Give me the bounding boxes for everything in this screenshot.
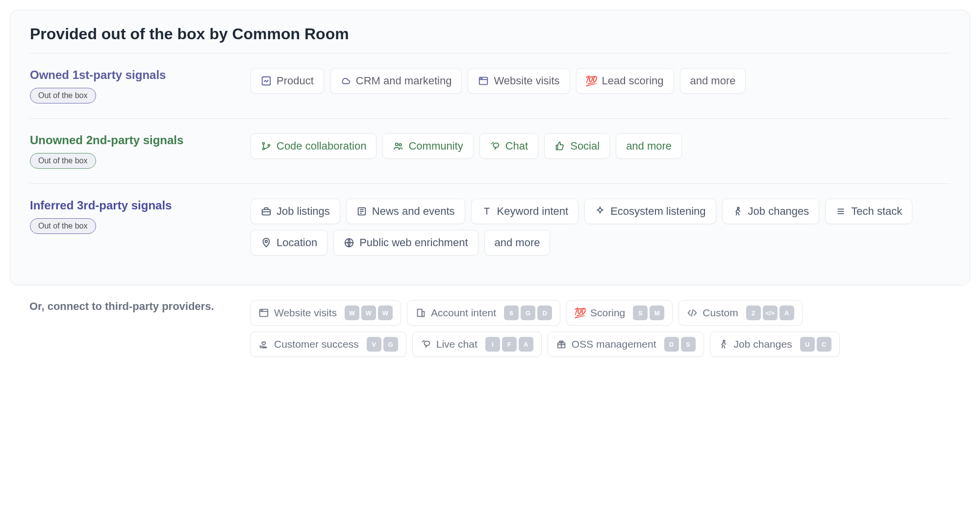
signal-row: Unowned 2nd-party signalsOut of the boxC… (30, 119, 950, 183)
chip-label: Website visits (494, 75, 559, 87)
chip-label: and more (690, 75, 736, 87)
provider-logo-icon: S (681, 337, 696, 352)
chip-label: Public web enrichment (359, 236, 468, 249)
third-party-heading: Or, connect to third-party providers. (29, 300, 250, 313)
signal-chip[interactable]: CRM and marketing (330, 68, 462, 94)
row-heading: Inferred 3rd-party signals (30, 199, 251, 212)
signal-chip[interactable]: Public web enrichment (333, 230, 478, 255)
chip-label: Account intent (431, 307, 496, 319)
text-icon (481, 206, 492, 217)
heart-hand-icon (258, 339, 269, 350)
provider-chip[interactable]: CustomZ</>A (678, 300, 802, 326)
provider-chip[interactable]: Account intent6GD (407, 300, 560, 326)
third-party-section: Or, connect to third-party providers. We… (10, 285, 970, 357)
signal-chip[interactable]: Job listings (251, 199, 340, 224)
signal-chip[interactable]: and more (484, 230, 551, 255)
svg-point-3 (481, 78, 481, 79)
signal-chip[interactable]: Social (544, 133, 610, 159)
provider-chip[interactable]: 💯ScoringSM (566, 300, 673, 326)
chat-icon (490, 141, 501, 152)
row-heading: Unowned 2nd-party signals (30, 133, 251, 147)
briefcase-icon (261, 206, 272, 217)
provider-logo-icon: S (633, 306, 648, 320)
provider-icons: DS (664, 337, 696, 352)
people-icon (393, 141, 403, 152)
svg-point-5 (263, 143, 265, 145)
provider-logo-icon: F (502, 337, 517, 352)
news-icon (356, 206, 367, 217)
provider-chip[interactable]: OSS managementDS (548, 332, 704, 357)
signal-chip[interactable]: Product (251, 68, 324, 94)
browser-icon (478, 76, 489, 86)
signal-chip[interactable]: Community (382, 133, 473, 159)
svg-point-32 (723, 340, 725, 342)
provider-chip[interactable]: Job changesUC (710, 332, 840, 357)
chip-label: Ecosystem listening (610, 205, 705, 218)
provider-chip[interactable]: Live chatIFA (412, 332, 542, 357)
provider-logo-icon: W (345, 306, 359, 320)
provider-logo-icon: V (367, 337, 381, 352)
chip-label: Social (570, 140, 600, 153)
svg-point-15 (737, 207, 739, 209)
chip-label: and more (495, 236, 540, 249)
signal-chip[interactable]: Location (251, 230, 327, 255)
signal-chip[interactable]: News and events (346, 199, 465, 224)
chip-label: News and events (372, 205, 455, 218)
signal-chip[interactable]: 💯Lead scoring (576, 68, 674, 94)
provider-logo-icon: A (779, 306, 794, 320)
svg-point-4 (482, 78, 482, 79)
signal-row: Owned 1st-party signalsOut of the boxPro… (30, 53, 950, 118)
chip-label: Location (276, 236, 317, 249)
chip-label: Tech stack (851, 205, 902, 218)
diamond-icon (595, 206, 605, 217)
chart-icon (261, 76, 272, 86)
provider-icons: IFA (485, 337, 533, 352)
location-icon (261, 237, 272, 248)
chat-icon (421, 339, 431, 350)
provider-logo-icon: I (485, 337, 500, 352)
signal-chip[interactable]: and more (680, 68, 746, 94)
building-icon (415, 307, 426, 318)
walk-icon (718, 339, 729, 350)
gift-icon (556, 339, 567, 350)
chip-label: Job listings (276, 205, 330, 218)
signal-chip[interactable]: Website visits (468, 68, 570, 94)
chip-label: Job changes (734, 338, 792, 350)
chip-label: and more (626, 140, 672, 153)
svg-rect-10 (262, 209, 271, 215)
provider-logo-icon: U (800, 337, 815, 352)
globe-icon (344, 237, 354, 248)
signal-chip[interactable]: Ecosystem listening (584, 199, 716, 224)
chip-label: Chat (505, 140, 528, 153)
provider-icons: WWW (345, 306, 393, 320)
out-of-box-badge: Out of the box (30, 218, 96, 234)
provider-chip[interactable]: Website visitsWWW (250, 300, 401, 326)
provider-icons: VG (367, 337, 398, 352)
provider-chip[interactable]: Customer successVG (250, 332, 406, 357)
signal-chip[interactable]: Code collaboration (251, 133, 377, 159)
chip-label: Product (276, 75, 314, 87)
walk-icon (732, 206, 743, 217)
provider-logo-icon: W (378, 306, 393, 320)
hundred-icon: 💯 (575, 307, 585, 318)
provider-logo-icon: C (817, 337, 831, 352)
svg-point-6 (263, 148, 265, 150)
signal-chip[interactable]: Keyword intent (471, 199, 579, 224)
browser-icon (258, 307, 269, 318)
chip-label: Website visits (274, 307, 337, 319)
provider-logo-icon: W (361, 306, 376, 320)
signal-chip[interactable]: and more (616, 133, 682, 159)
thumbs-up-icon (554, 141, 565, 152)
chip-label: Community (408, 140, 463, 153)
svg-point-19 (265, 240, 268, 243)
signal-chip[interactable]: Tech stack (825, 199, 912, 224)
svg-rect-25 (418, 309, 422, 317)
svg-point-8 (396, 143, 399, 146)
signal-chip[interactable]: Chat (479, 133, 538, 159)
chip-label: Lead scoring (602, 75, 664, 87)
provider-icons: UC (800, 337, 831, 352)
signal-chip[interactable]: Job changes (722, 199, 820, 224)
section-title: Provided out of the box by Common Room (30, 25, 950, 43)
main-card: Provided out of the box by Common Room O… (10, 10, 970, 285)
row-heading: Owned 1st-party signals (30, 68, 251, 82)
